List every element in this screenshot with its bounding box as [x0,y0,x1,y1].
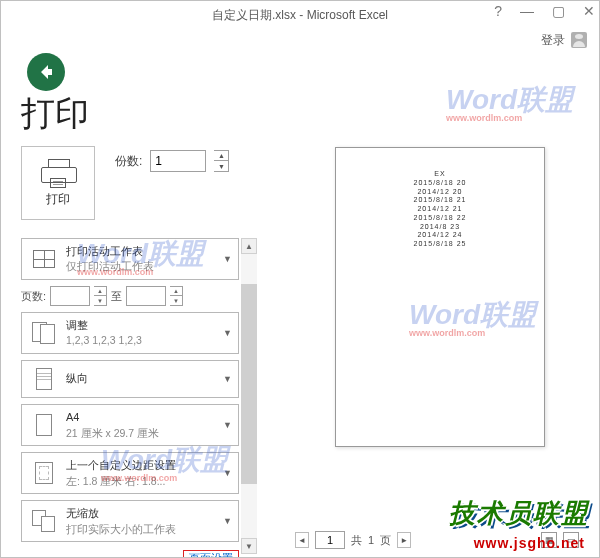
chevron-down-icon: ▼ [223,516,232,526]
back-arrow-icon [36,62,56,82]
chevron-down-icon: ▼ [223,328,232,338]
collate-icon [30,320,58,346]
login-row: 登录 [1,29,599,51]
chevron-down-icon: ▼ [223,468,232,478]
pages-label: 页数: [21,289,46,304]
scaling-icon: 100 [30,508,58,534]
back-button[interactable] [27,53,65,91]
page-to-spinner[interactable]: ▲▼ [170,286,183,306]
margins-icon [35,462,53,484]
preview-footer: ◄ 共 1 页 ► ▦ ▭ [295,531,579,549]
window-title: 自定义日期.xlsx - Microsoft Excel [212,7,388,24]
setting-scaling[interactable]: 100 无缩放 打印实际大小的工作表 ▼ [21,500,239,542]
setting-margins[interactable]: 上一个自定义边距设置 左: 1.8 厘米 右: 1.8... ▼ [21,452,239,494]
print-button-label: 打印 [46,191,70,208]
paper-icon [36,414,52,436]
copies-spinner[interactable]: ▲ ▼ [214,150,229,172]
setting-orientation[interactable]: 纵向 ▼ [21,360,239,398]
chevron-down-icon: ▼ [223,374,232,384]
spinner-down-icon[interactable]: ▼ [214,161,228,171]
printer-icon [41,159,75,185]
page-range: 页数: ▲▼ 至 ▲▼ [21,286,255,306]
zoom-to-page-button[interactable]: ▭ [563,532,579,548]
page-to-input[interactable] [126,286,166,306]
minimize-icon[interactable]: — [520,3,534,19]
titlebar: 自定义日期.xlsx - Microsoft Excel ? — ▢ ✕ [1,1,599,29]
setting-collate[interactable]: 调整 1,2,3 1,2,3 1,2,3 ▼ [21,312,239,354]
watermark: Word联盟www.wordlm.com [446,81,573,123]
copies-input[interactable] [150,150,206,172]
chevron-down-icon: ▼ [223,254,232,264]
chevron-down-icon: ▼ [223,420,232,430]
restore-icon[interactable]: ▢ [552,3,565,19]
avatar-icon[interactable] [571,32,587,48]
page-heading: 打印 [21,91,89,137]
setting-print-area[interactable]: 打印活动工作表 仅打印活动工作表 ▼ [21,238,239,280]
show-margins-button[interactable]: ▦ [541,532,557,548]
close-icon[interactable]: ✕ [583,3,595,19]
print-button[interactable]: 打印 [21,146,95,220]
page-setup-link[interactable]: 页面设置 [183,550,239,558]
scroll-down-icon[interactable]: ▼ [241,538,257,554]
page-from-spinner[interactable]: ▲▼ [94,286,107,306]
prev-page-button[interactable]: ◄ [295,532,309,548]
page-from-input[interactable] [50,286,90,306]
spinner-up-icon[interactable]: ▲ [214,151,228,161]
current-page-input[interactable] [315,531,345,549]
settings-scrollbar[interactable]: ▲ ▼ [241,238,257,554]
setting-paper[interactable]: A4 21 厘米 x 29.7 厘米 ▼ [21,404,239,446]
grid-icon [33,250,55,268]
preview-page: EX 2015/8/18 20 2014/12 20 2015/8/18 21 … [335,147,545,447]
login-link[interactable]: 登录 [541,32,565,49]
scroll-up-icon[interactable]: ▲ [241,238,257,254]
copies-label: 份数: [115,153,142,170]
portrait-icon [36,368,52,390]
scrollbar-thumb[interactable] [241,284,257,484]
print-preview: EX 2015/8/18 20 2014/12 20 2015/8/18 21 … [295,141,575,537]
help-icon[interactable]: ? [494,3,502,19]
pages-sep: 至 [111,289,122,304]
next-page-button[interactable]: ► [397,532,411,548]
